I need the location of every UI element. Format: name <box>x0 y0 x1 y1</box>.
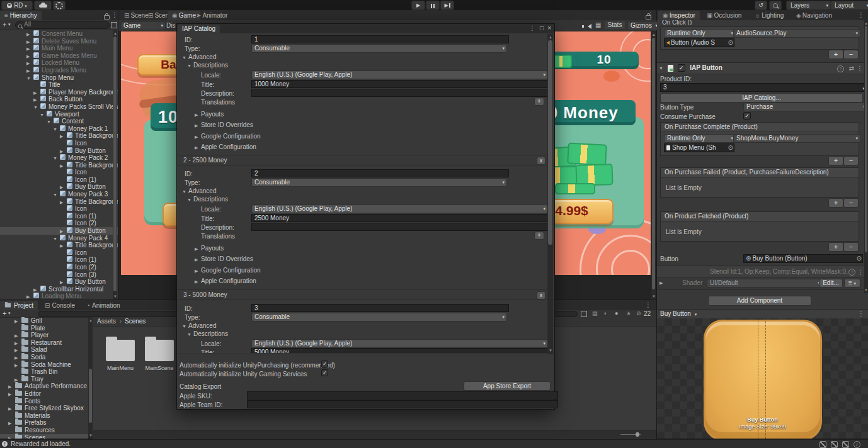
material-header[interactable]: Stencil Id:1, Op:Keep, Comp:Equal, Write… <box>657 266 868 278</box>
project-tree-item[interactable]: ▶Adaptive Performance <box>0 383 89 390</box>
kebab-menu-icon[interactable]: ⋮ <box>857 267 864 277</box>
locale-dropdown[interactable]: English (U.S.) (Google Play, Apple)▾ <box>251 70 548 79</box>
google-configuration-foldout[interactable]: ▶Google Configuration <box>195 133 261 140</box>
apple-sku-input[interactable] <box>247 391 558 400</box>
hierarchy-item[interactable]: Icon (1) <box>0 176 118 184</box>
iap-scroll-thumb[interactable] <box>548 40 552 245</box>
hierarchy-item[interactable]: ▼Content <box>0 118 118 125</box>
project-tree-item[interactable]: ▶Salad <box>0 346 89 354</box>
hierarchy-item[interactable]: ▶Title Background <box>0 162 118 169</box>
hierarchy-item[interactable]: ▼Money Pack 2 <box>0 154 118 162</box>
event-add-button[interactable]: + <box>828 198 843 208</box>
label-tag-icon[interactable]: ◗ <box>603 310 607 316</box>
tab-project[interactable]: Project <box>0 301 38 310</box>
help-icon[interactable]: ? <box>848 269 855 276</box>
lock-icon[interactable] <box>104 15 110 20</box>
resolution-dropdown[interactable]: Dis <box>166 22 175 29</box>
event-function-dropdown[interactable]: ShopMenu.BuyMoney▾ <box>733 134 860 143</box>
project-tree-item[interactable]: ▶Player <box>0 332 89 339</box>
project-tree-item[interactable]: ▶Editor <box>0 390 89 398</box>
kebab-menu-icon[interactable]: ⋮ <box>529 25 535 31</box>
hierarchy-item[interactable]: ▶Buy Button <box>0 183 118 191</box>
pause-button[interactable] <box>426 1 440 10</box>
event-remove-button[interactable]: − <box>843 198 859 208</box>
object-picker-icon[interactable]: ⊙ <box>728 39 733 47</box>
presets-icon[interactable]: ⇄ <box>849 64 854 74</box>
asset-item-mainmenu[interactable]: MainMenu <box>104 335 137 379</box>
hierarchy-item[interactable]: ▶Player Money Background <box>0 89 118 96</box>
hierarchy-item[interactable]: ▶Title Background <box>0 198 118 206</box>
scroll-down-icon[interactable]: ▼ <box>113 294 117 298</box>
event-target-object-field[interactable]: Button (Audio S ⊙ <box>664 38 734 47</box>
icon-size-slider-knob[interactable] <box>636 432 639 437</box>
foldout-arrow-icon[interactable]: ▼ <box>659 64 666 74</box>
layers-dropdown[interactable]: Layers▾ <box>786 1 831 10</box>
chevron-down-icon[interactable]: ▾ <box>8 22 11 27</box>
event-add-button[interactable]: + <box>828 156 843 165</box>
event-remove-button[interactable]: − <box>843 156 859 165</box>
create-add-button[interactable]: + <box>3 21 6 28</box>
maximize-icon[interactable]: □ <box>540 25 544 31</box>
hierarchy-search-input[interactable]: All <box>15 21 110 29</box>
event-mode-dropdown[interactable]: Runtime Only▾ <box>664 29 736 38</box>
breadcrumb-current[interactable]: Scenes <box>125 317 146 326</box>
hierarchy-item[interactable]: Icon <box>0 169 118 176</box>
scroll-up-icon[interactable]: ▲ <box>864 21 868 25</box>
foldout-arrow-icon[interactable]: ▶ <box>8 435 15 439</box>
scroll-up-icon[interactable]: ▲ <box>652 33 656 36</box>
object-picker-icon[interactable]: ⊙ <box>857 255 862 262</box>
game-scroll-thumb[interactable] <box>652 38 655 289</box>
iap-window-title-tab[interactable]: IAP Catalog <box>178 25 220 33</box>
hierarchy-item[interactable]: ▶Title Background <box>0 242 118 249</box>
inspector-scrollbar[interactable]: ▲ ▼ <box>864 20 868 293</box>
hierarchy-item[interactable]: ▼Money Pack 4 <box>0 235 118 242</box>
project-tree-item[interactable]: Fonts <box>0 398 89 405</box>
inspector-scroll-thumb[interactable] <box>865 26 867 252</box>
description-input[interactable] <box>251 89 548 97</box>
hierarchy-item[interactable]: ▼Money Packs Scroll View <box>0 103 118 111</box>
project-tree-item[interactable]: Materials <box>0 412 89 420</box>
project-tree-item[interactable]: Trash Bin <box>0 368 89 376</box>
title-input[interactable]: 1000 Money <box>251 80 548 88</box>
hierarchy-item[interactable]: ▶Loading Menu <box>0 293 118 300</box>
project-tree-item[interactable]: Plate <box>0 325 89 332</box>
hierarchy-item[interactable]: ▼Money Pack 3 <box>0 191 118 198</box>
iap-window-titlebar[interactable]: IAP Catalog ⋮ □ × <box>177 24 554 33</box>
payouts-foldout[interactable]: ▶Payouts <box>195 245 224 252</box>
hierarchy-item[interactable]: ▶Buy Button <box>0 227 118 235</box>
apple-configuration-foldout[interactable]: ▶Apple Configuration <box>195 277 256 284</box>
iap-scrollbar[interactable]: ▲ ▼ <box>547 34 553 354</box>
event-add-button[interactable]: + <box>828 242 843 252</box>
project-tree-item[interactable]: ▶Soda <box>0 354 89 361</box>
hierarchy-item[interactable]: ▶Upgrades Menu <box>0 67 118 74</box>
id-input[interactable]: 1 <box>251 35 509 43</box>
account-button[interactable]: RD ▾ <box>1 1 33 10</box>
chevron-down-icon[interactable]: ▾ <box>8 311 11 316</box>
object-picker-icon[interactable]: ⊙ <box>728 144 733 152</box>
component-enabled-checkbox[interactable]: ✓ <box>678 64 685 72</box>
project-tree-item[interactable]: ▶Tray <box>0 376 89 383</box>
project-tree-item[interactable]: ▶Soda Machine <box>0 361 89 369</box>
scroll-down-icon[interactable]: ▼ <box>864 288 868 292</box>
locale-dropdown[interactable]: English (U.S.) (Google Play, Apple)▾ <box>251 204 548 213</box>
hierarchy-scrollbar[interactable]: ▲ ▼ <box>113 30 117 300</box>
type-dropdown[interactable]: Consumable▾ <box>251 313 507 322</box>
payouts-foldout[interactable]: ▶Payouts <box>195 111 224 118</box>
project-tree-item[interactable]: ▶Restaurant <box>0 339 89 347</box>
project-tree-item[interactable]: ▶Scenes <box>0 434 89 439</box>
audio-mute-icon[interactable] <box>588 24 591 29</box>
tab-navigation[interactable]: ◈Navigation <box>792 11 837 20</box>
undo-history-button[interactable]: ↺ <box>755 1 767 10</box>
search-everywhere-button[interactable] <box>769 1 782 10</box>
event-function-dropdown[interactable]: AudioSource.Play▾ <box>733 29 860 38</box>
event-target-object-field[interactable]: Shop Menu (Sh ⊙ <box>664 143 734 152</box>
foldout-arrow-icon[interactable]: ▶ <box>26 293 33 300</box>
kebab-menu-icon[interactable]: ⋮ <box>857 64 863 74</box>
hierarchy-scroll-thumb[interactable] <box>113 36 117 291</box>
hierarchy-item[interactable]: ▶Back Button <box>0 96 118 103</box>
advanced-foldout[interactable]: ▼Advanced <box>182 188 216 194</box>
project-tree-scrollbar[interactable]: ▲ ▼ <box>88 317 93 439</box>
close-icon[interactable]: × <box>547 25 551 31</box>
layout-dropdown[interactable]: Layout▾ <box>830 1 868 10</box>
hierarchy-item[interactable]: ▶Buy Button <box>0 278 118 286</box>
